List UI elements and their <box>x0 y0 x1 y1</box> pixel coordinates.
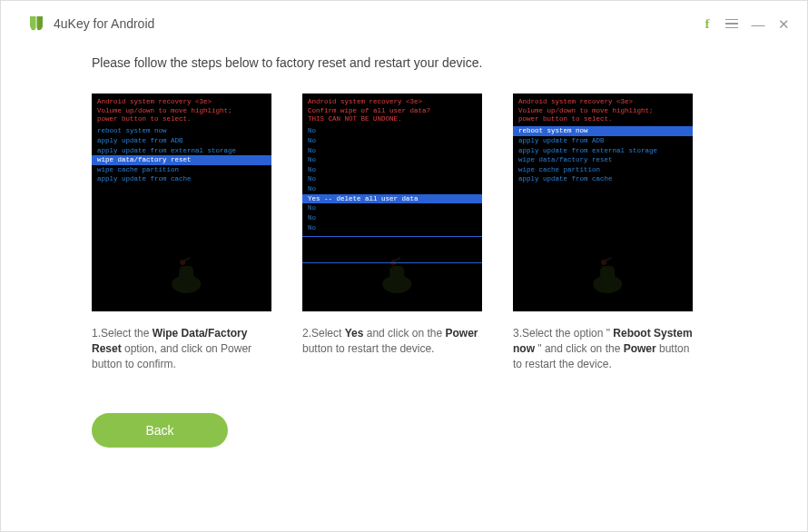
recovery-menu-item: apply update from ADB <box>92 136 271 146</box>
recovery-menu-item: No <box>302 146 482 156</box>
recovery-menu-item: wipe cache partition <box>92 165 271 175</box>
recovery-menu-item: No <box>302 174 482 184</box>
text: 1.Select the <box>92 327 153 340</box>
recovery-menu-item: apply update from external storage <box>513 146 693 156</box>
recovery-menu-item: No <box>302 126 482 136</box>
step-3-text: 3.Select the option " Reboot System now … <box>513 326 693 371</box>
step-2-text: 2.Select Yes and click on the Power butt… <box>302 326 482 357</box>
back-button[interactable]: Back <box>92 413 228 448</box>
recovery-list: reboot system nowapply update from ADBap… <box>513 126 693 184</box>
recovery-menu-item: wipe cache partition <box>513 165 693 175</box>
recovery-menu-item: apply update from cache <box>92 174 271 184</box>
bold: Power <box>624 342 656 355</box>
app-logo-wrap: 4uKey for Android <box>26 14 154 34</box>
recovery-menu-item: wipe data/factory reset <box>513 155 693 165</box>
recovery-menu-item: No <box>302 184 482 194</box>
recovery-screenshot-1: Android system recovery <3e> Volume up/d… <box>92 94 271 311</box>
window-controls: f ― ✕ <box>700 17 791 31</box>
recovery-menu-item: apply update from ADB <box>513 136 693 146</box>
recovery-header: Android system recovery <3e> <box>513 94 693 107</box>
recovery-sub: Confirm wipe of all user data? THIS CAN … <box>302 107 482 126</box>
text: and click on the <box>363 327 445 340</box>
text: button to restart the device. <box>302 342 434 355</box>
android-droid-icon <box>584 257 631 299</box>
recovery-list: NoNoNoNoNoNoNoYes -- delete all user dat… <box>302 126 482 232</box>
recovery-screenshot-2: Android system recovery <3e> Confirm wip… <box>302 94 482 311</box>
close-icon[interactable]: ✕ <box>776 17 791 31</box>
recovery-menu-item: No <box>302 203 482 213</box>
step-3: Android system recovery <3e> Volume up/d… <box>513 94 693 371</box>
recovery-menu-item: apply update from cache <box>513 174 693 184</box>
app-title: 4uKey for Android <box>54 16 154 31</box>
step-1-text: 1.Select the Wipe Data/Factory Reset opt… <box>92 326 271 371</box>
android-droid-icon <box>163 257 210 299</box>
recovery-menu-item: apply update from external storage <box>92 146 271 156</box>
content-area: Please follow the steps below to factory… <box>1 46 807 448</box>
text: 3.Select the option " <box>513 327 613 340</box>
menu-icon[interactable] <box>725 19 740 29</box>
recovery-menu-item: reboot system now <box>92 126 271 136</box>
svg-rect-4 <box>389 266 404 282</box>
share-icon[interactable]: f <box>700 17 714 31</box>
recovery-sub: Volume up/down to move highlight; power … <box>92 107 271 126</box>
text: 2.Select <box>302 327 345 340</box>
text: " and click on the <box>535 342 624 355</box>
app-logo-icon <box>26 14 46 34</box>
recovery-screenshot-3: Android system recovery <3e> Volume up/d… <box>513 94 693 311</box>
recovery-menu-item: No <box>302 136 482 146</box>
recovery-menu-item: No <box>302 213 482 223</box>
svg-rect-1 <box>179 266 193 282</box>
recovery-menu-item: Yes -- delete all user data <box>302 194 482 204</box>
recovery-menu-item: reboot system now <box>513 126 693 136</box>
recovery-menu-item: No <box>302 223 482 233</box>
recovery-header: Android system recovery <3e> <box>302 94 482 107</box>
recovery-menu-item: wipe data/factory reset <box>92 155 271 165</box>
bold: Power <box>445 327 478 340</box>
recovery-header: Android system recovery <3e> <box>92 94 271 107</box>
titlebar: 4uKey for Android f ― ✕ <box>1 1 807 46</box>
step-1: Android system recovery <3e> Volume up/d… <box>92 94 271 371</box>
page-instruction: Please follow the steps below to factory… <box>92 55 734 70</box>
minimize-icon[interactable]: ― <box>751 17 765 31</box>
recovery-sub: Volume up/down to move highlight; power … <box>513 107 693 126</box>
bold: Yes <box>345 327 364 340</box>
steps-row: Android system recovery <3e> Volume up/d… <box>92 94 734 371</box>
recovery-menu-item: No <box>302 165 482 175</box>
recovery-menu-item: No <box>302 155 482 165</box>
svg-rect-7 <box>600 266 615 282</box>
android-droid-icon <box>373 257 420 299</box>
recovery-list: reboot system nowapply update from ADBap… <box>92 126 271 184</box>
step-2: Android system recovery <3e> Confirm wip… <box>302 94 482 371</box>
